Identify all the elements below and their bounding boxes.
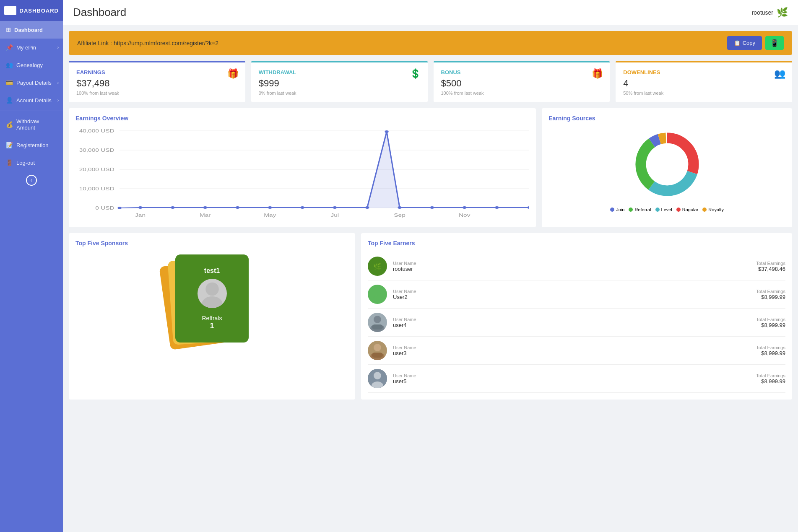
bonus-value: $500 [441, 78, 603, 89]
svg-point-27 [398, 206, 401, 209]
sidebar-item-label: Payout Details [16, 80, 52, 86]
sponsor-avatar [198, 279, 227, 308]
bonus-icon: 🎁 [592, 68, 603, 79]
earning-sources-card: Earning Sources Join [542, 108, 792, 227]
copy-icon: 📋 [734, 40, 741, 46]
svg-text:30,000 USD: 30,000 USD [79, 148, 114, 153]
svg-point-28 [430, 206, 434, 209]
earner-row-3: User Name user4 Total Earnings $8,999.99 [368, 309, 785, 337]
withdrawal-icon: 💲 [410, 68, 421, 79]
withdrawal-label: WITHDRAWAL [259, 69, 420, 75]
registration-icon: 📝 [6, 142, 13, 148]
svg-point-21 [236, 206, 239, 209]
legend-referral: Referral [629, 207, 651, 212]
whatsapp-icon: 📱 [770, 39, 779, 47]
legend-dot-royalty [702, 208, 707, 212]
withdraw-icon: 💰 [6, 121, 13, 128]
earner-username-label-4: User Name [393, 345, 750, 350]
svg-text:10,000 USD: 10,000 USD [79, 187, 114, 192]
legend-dot-level [655, 208, 660, 212]
sponsors-stack: test1 Reffrals 1 [75, 252, 348, 345]
bonus-label: BONUS [441, 69, 603, 75]
user-info: rootuser 🌿 [752, 7, 788, 18]
stat-card-withdrawal: WITHDRAWAL $999 0% from last weak 💲 [251, 61, 428, 102]
earnings-chart-card: Earnings Overview 40,000 USD 30,000 USD … [69, 108, 536, 227]
affiliate-bar: Affiliate Link : https://ump.mlmforest.c… [69, 31, 792, 55]
svg-point-23 [300, 206, 304, 209]
earner-username-label-5: User Name [393, 373, 750, 378]
legend-join: Join [610, 207, 624, 212]
affiliate-actions: 📋 Copy 📱 [727, 36, 784, 50]
earner-avatar-5 [368, 369, 387, 388]
svg-point-41 [372, 296, 383, 303]
svg-point-22 [268, 206, 272, 209]
affiliate-link-text: Affiliate Link : https://ump.mlmforest.c… [77, 40, 218, 47]
sidebar-item-dashboard[interactable]: ⊞ Dashboard [0, 21, 63, 39]
earner-earnings-value-5: $8,999.99 [756, 378, 785, 384]
earner-row-4: User Name user3 Total Earnings $8,999.99 [368, 337, 785, 365]
svg-point-49 [374, 372, 381, 379]
sidebar-item-label: Dashboard [14, 27, 43, 33]
svg-point-26 [385, 130, 388, 133]
copy-button[interactable]: 📋 Copy [727, 36, 762, 50]
earner-earnings-label-1: Total Earnings [756, 261, 785, 266]
affiliate-url[interactable]: https://ump.mlmforest.com/register/?k=2 [114, 40, 218, 47]
svg-point-31 [528, 206, 530, 209]
username-label: rootuser [752, 9, 773, 16]
sidebar-item-label: My ePin [16, 44, 36, 51]
earner-earnings-value-2: $8,999.99 [756, 294, 785, 300]
sponsors-title: Top Five Sponsors [75, 240, 348, 247]
svg-point-42 [374, 316, 381, 323]
sidebar-item-logout[interactable]: 🚪 Log-out [0, 154, 63, 171]
svg-point-20 [203, 206, 207, 209]
chevron-icon: › [57, 80, 59, 85]
svg-point-45 [374, 344, 381, 351]
sidebar-divider [0, 111, 63, 111]
svg-text:Sep: Sep [394, 213, 405, 218]
chevron-icon: › [57, 45, 59, 50]
sidebar-item-account-details[interactable]: 👤 Acount Details › [0, 91, 63, 109]
earner-earnings-label-4: Total Earnings [756, 345, 785, 350]
donut-legend: Join Referral Level Ragular [610, 207, 724, 212]
whatsapp-button[interactable]: 📱 [765, 36, 784, 50]
withdrawal-value: $999 [259, 78, 420, 89]
sidebar-nav: ⊞ Dashboard 📌 My ePin › 👥 Genealogy 💳 Pa… [0, 21, 63, 171]
withdrawal-sub: 0% from last weak [259, 91, 420, 96]
main-content: Dashboard rootuser 🌿 Affiliate Link : ht… [63, 0, 798, 532]
donut-chart-svg [629, 127, 705, 202]
stat-card-downlines: DOWENLINES 4 50% from last weak 👥 [616, 61, 792, 102]
sidebar-item-registration[interactable]: 📝 Registeration [0, 136, 63, 154]
svg-text:0 USD: 0 USD [95, 206, 114, 211]
earner-avatar-4 [368, 341, 387, 360]
sidebar-item-payout-details[interactable]: 💳 Payout Details › [0, 74, 63, 91]
earner-username-2: User2 [393, 294, 750, 300]
account-icon: 👤 [6, 97, 13, 104]
stat-card-earnings: EARNINGS $37,498 100% from last weak 🎁 [69, 61, 245, 102]
earner-info-4: User Name user3 [393, 345, 750, 356]
svg-rect-44 [372, 324, 383, 330]
sponsor-reffrals-label: Reffrals [202, 315, 222, 322]
earner-username-4: user3 [393, 350, 750, 356]
genealogy-icon: 👥 [6, 62, 13, 68]
earner-earnings-label-3: Total Earnings [756, 317, 785, 322]
svg-point-24 [333, 206, 337, 209]
svg-point-30 [495, 206, 499, 209]
sidebar-item-withdraw-amount[interactable]: 💰 Withdraw Amount [0, 113, 63, 136]
sidebar-item-label: Genealogy [16, 62, 43, 68]
sidebar-item-label: Registeration [16, 142, 49, 148]
legend-label-royalty: Royalty [708, 207, 724, 212]
earner-earnings-4: Total Earnings $8,999.99 [756, 345, 785, 356]
sidebar-item-my-epin[interactable]: 📌 My ePin › [0, 39, 63, 56]
legend-label-level: Level [661, 207, 672, 212]
dashboard-icon: ⊞ [6, 26, 11, 33]
downlines-label: DOWENLINES [623, 69, 785, 75]
collapse-sidebar-button[interactable]: ‹ [26, 175, 37, 186]
sidebar-item-genealogy[interactable]: 👥 Genealogy [0, 56, 63, 74]
earner-earnings-label-5: Total Earnings [756, 373, 785, 378]
sponsor-name: test1 [204, 267, 220, 275]
legend-dot-referral [629, 208, 633, 212]
bonus-sub: 100% from last weak [441, 91, 603, 96]
svg-point-18 [138, 206, 142, 209]
earner-username-1: rootuser [393, 266, 750, 272]
chevron-icon: › [57, 98, 59, 103]
